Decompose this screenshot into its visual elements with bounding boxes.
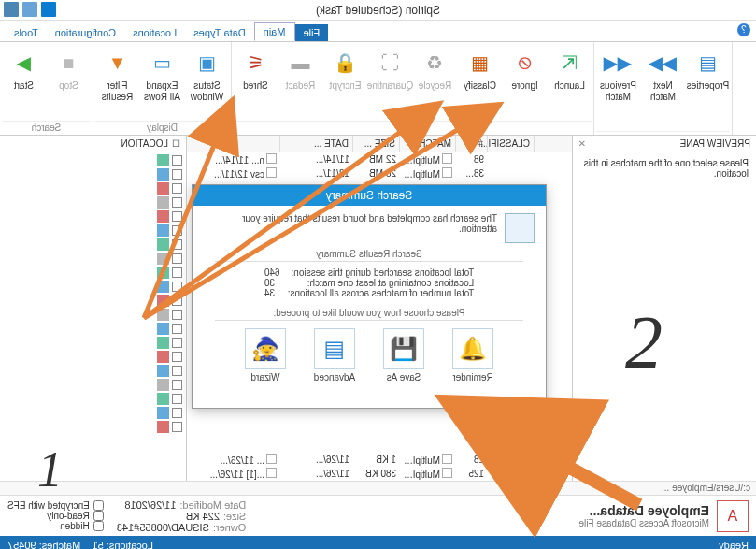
dialog-title: Search Summary — [193, 185, 546, 206]
ribbon-group-actions: ⚟ Shred ▬ Redact 🔒 Encrypt ⛶ Quarantine … — [232, 42, 594, 135]
shred-button[interactable]: ⚟ Shred — [234, 46, 278, 94]
prev-icon: ◀◀ — [604, 48, 634, 78]
next-icon: ▶▶ — [649, 48, 678, 78]
readonly-checkbox[interactable]: Read-only — [7, 511, 104, 521]
preview-message: Please select one of the matches in this… — [573, 152, 756, 184]
col-size[interactable]: SIZE ... — [353, 136, 400, 152]
window-icon: ▣ — [193, 48, 222, 78]
col-num[interactable]: # — [456, 136, 488, 152]
previous-match-button[interactable]: ◀◀ Previous Match — [596, 46, 640, 104]
next-match-button[interactable]: ▶▶ Next Match — [641, 46, 685, 104]
tree-item[interactable] — [4, 181, 182, 195]
recycle-icon: ♻ — [421, 48, 450, 78]
filename: Employee Databa... — [246, 503, 709, 518]
launch-button[interactable]: ⇱ Launch — [548, 46, 592, 94]
classify-button[interactable]: ▦ Classify — [458, 46, 502, 94]
table-header: DATE ... SIZE ... MATCH # CLASSIFI... — [187, 136, 572, 152]
recycle-button[interactable]: ♻ Recycle — [413, 46, 457, 94]
tree-item[interactable] — [4, 364, 182, 378]
tree-item[interactable] — [4, 308, 182, 322]
hidden-checkbox[interactable]: Hidden — [7, 521, 104, 531]
shred-icon: ⚟ — [241, 48, 271, 78]
wizard-option[interactable]: 🧙Wizard — [237, 328, 293, 383]
reminder-option[interactable]: 🔔Reminder — [445, 328, 501, 383]
tree-body[interactable] — [0, 152, 186, 435]
properties-icon: ▤ — [693, 48, 723, 78]
efs-checkbox[interactable]: Encrypted with EFS — [7, 500, 104, 511]
advanced-option[interactable]: ▤Advanced — [307, 328, 363, 383]
tree-item[interactable] — [4, 406, 182, 420]
ribbon-group-search: ▶ Start ■ Stop Search — [0, 42, 93, 135]
table-row[interactable]: n... 11/14/... 11/14/... 22 MB Multiple … — [187, 152, 572, 166]
results-panel: DATE ... SIZE ... MATCH # CLASSIFI... n.… — [187, 136, 572, 481]
tree-item[interactable] — [4, 224, 182, 238]
preview-header: PREVIEW PANE — [680, 138, 750, 149]
col-class[interactable]: CLASSIFI... — [488, 136, 535, 152]
redact-button[interactable]: ▬ Redact — [278, 46, 322, 94]
search-result-icon — [505, 213, 535, 243]
tree-item[interactable] — [4, 420, 182, 434]
annotation-two: 2 — [625, 299, 663, 385]
tab-configuration[interactable]: Configuration — [47, 24, 124, 41]
dialog-message: The search has completed and found resul… — [204, 213, 497, 234]
tree-item[interactable] — [4, 350, 182, 364]
tree-item[interactable] — [4, 195, 182, 209]
tree-item[interactable] — [4, 322, 182, 336]
table-row[interactable]: ...[1] 11/26/... 11/26/... 380 KB Multip… — [187, 467, 572, 481]
search-summary-dialog: Search Summary The search has completed … — [192, 184, 547, 409]
properties-button[interactable]: ▤ Properties — [686, 46, 730, 94]
start-button[interactable]: ▶ Start — [2, 46, 46, 94]
tree-item[interactable] — [4, 238, 182, 252]
expand-button[interactable]: ▭ Expand All Rows — [140, 46, 184, 104]
ribbon: ▶ Start ■ Stop Search ▼ Filter Results ▭… — [0, 42, 756, 136]
tree-item[interactable] — [4, 336, 182, 350]
export-icon[interactable] — [4, 2, 19, 17]
tree-item[interactable] — [4, 252, 182, 266]
table-row[interactable]: csv 12/11/... 12/11/... 28 MB Multiple M… — [187, 166, 572, 181]
ribbon-group-display: ▼ Filter Results ▭ Expand All Rows ▣ Sta… — [93, 42, 232, 135]
lock-icon: 🔒 — [331, 48, 361, 78]
stop-button[interactable]: ■ Stop — [47, 46, 91, 94]
quarantine-icon: ⛶ — [376, 48, 406, 78]
tab-main[interactable]: Main — [254, 22, 295, 41]
encrypt-button[interactable]: 🔒 Encrypt — [323, 46, 367, 94]
table-row[interactable]: ... 11/26/... 11/26/... 1 KB Multiple Ma… — [187, 453, 572, 467]
close-icon[interactable]: ✕ — [578, 138, 586, 149]
tree-item[interactable] — [4, 294, 182, 308]
tab-file[interactable]: File — [295, 24, 329, 41]
ribbon-group-nav: ◀◀ Previous Match ▶▶ Next Match ▤ Proper… — [594, 42, 733, 135]
ignore-button[interactable]: ⊘ Ignore — [503, 46, 547, 94]
tree-item[interactable] — [4, 378, 182, 392]
tree-item[interactable] — [4, 266, 182, 280]
status-ready: Ready — [719, 540, 749, 549]
tab-datatypes[interactable]: Data Types — [185, 24, 253, 41]
help-icon[interactable]: ? — [737, 23, 750, 36]
filter-button[interactable]: ▼ Filter Results — [95, 46, 139, 104]
tab-locations[interactable]: Locations — [124, 24, 185, 41]
titlebar-icons — [4, 2, 56, 17]
tab-tools[interactable]: Tools — [6, 24, 47, 41]
filetype: Microsoft Access Database File — [246, 518, 709, 528]
save-icon[interactable] — [41, 2, 56, 17]
play-icon: ▶ — [9, 48, 39, 78]
tree-item[interactable] — [4, 153, 182, 167]
col-date[interactable]: DATE ... — [280, 136, 353, 152]
title-bar: Spirion (Scheduled Task) — [0, 0, 756, 21]
dialog-choose: Please choose how you would like to proc… — [215, 308, 523, 321]
location-tree: ☐ LOCATION — [0, 136, 187, 481]
tree-item[interactable] — [4, 280, 182, 294]
tree-item[interactable] — [4, 167, 182, 181]
tree-item[interactable] — [4, 209, 182, 224]
expand-icon: ▭ — [148, 48, 178, 78]
tree-item[interactable] — [4, 392, 182, 406]
status-locations: Locations: 51 — [93, 540, 153, 549]
file-type-icon: A — [717, 500, 749, 532]
ribbon-tabs: File Main Data Types Locations Configura… — [0, 21, 756, 42]
stop-icon: ■ — [54, 48, 84, 78]
quarantine-button[interactable]: ⛶ Quarantine — [368, 46, 412, 94]
col-match[interactable]: MATCH — [400, 136, 456, 152]
dialog-stats: Total locations searched during this ses… — [264, 267, 474, 298]
saveas-option[interactable]: 💾Save As — [376, 328, 432, 383]
print-icon[interactable] — [22, 2, 37, 17]
status-window-button[interactable]: ▣ Status Window — [185, 46, 229, 104]
